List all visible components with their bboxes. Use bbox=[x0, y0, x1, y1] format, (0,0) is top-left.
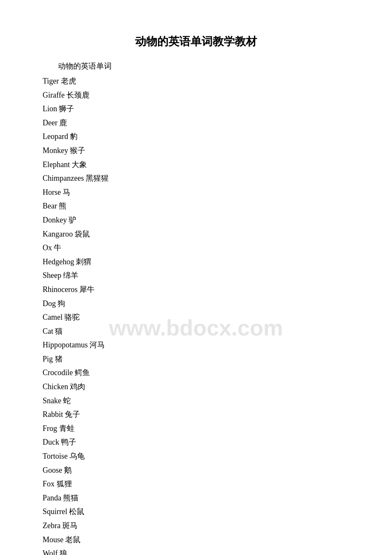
animal-item: Panda 熊猫 bbox=[43, 491, 349, 505]
animal-item: Ox 牛 bbox=[43, 241, 349, 254]
subtitle: 动物的英语单词 bbox=[43, 61, 349, 71]
animal-list: Tiger 老虎Giraffe 长颈鹿Lion 狮子Deer 鹿Leopard … bbox=[43, 75, 349, 555]
animal-item: Kangaroo 袋鼠 bbox=[43, 228, 349, 241]
animal-item: Deer 鹿 bbox=[43, 116, 349, 130]
animal-item: Goose 鹅 bbox=[43, 464, 349, 477]
animal-item: Donkey 驴 bbox=[43, 214, 349, 227]
animal-item: Giraffe 长颈鹿 bbox=[43, 89, 349, 102]
animal-item: Rhinoceros 犀牛 bbox=[43, 283, 349, 296]
animal-item: Duck 鸭子 bbox=[43, 436, 349, 449]
animal-item: Mouse 老鼠 bbox=[43, 533, 349, 546]
animal-item: Frog 青蛙 bbox=[43, 422, 349, 435]
animal-item: Wolf 狼 bbox=[43, 547, 349, 555]
animal-item: Pig 猪 bbox=[43, 353, 349, 366]
animal-item: Camel 骆驼 bbox=[43, 311, 349, 324]
animal-item: Chimpanzees 黑猩猩 bbox=[43, 172, 349, 185]
animal-item: Chicken 鸡肉 bbox=[43, 380, 349, 393]
animal-item: Snake 蛇 bbox=[43, 394, 349, 408]
animal-item: Hippopotamus 河马 bbox=[43, 338, 349, 352]
animal-item: Dog 狗 bbox=[43, 297, 349, 310]
animal-item: Fox 狐狸 bbox=[43, 477, 349, 491]
page-container: www.bdocx.com 动物的英语单词教学教材 动物的英语单词 Tiger … bbox=[0, 0, 392, 555]
animal-item: Hedgehog 刺猬 bbox=[43, 255, 349, 269]
animal-item: Zebra 斑马 bbox=[43, 519, 349, 532]
animal-item: Tortoise 乌龟 bbox=[43, 450, 349, 463]
animal-item: Crocodile 鳄鱼 bbox=[43, 366, 349, 379]
animal-item: Tiger 老虎 bbox=[43, 75, 349, 88]
animal-item: Monkey 猴子 bbox=[43, 144, 349, 157]
animal-item: Cat 猫 bbox=[43, 325, 349, 338]
animal-item: Elephant 大象 bbox=[43, 158, 349, 171]
animal-item: Squirrel 松鼠 bbox=[43, 505, 349, 518]
page-title: 动物的英语单词教学教材 bbox=[43, 34, 349, 49]
animal-item: Leopard 豹 bbox=[43, 130, 349, 143]
animal-item: Sheep 绵羊 bbox=[43, 269, 349, 282]
animal-item: Bear 熊 bbox=[43, 199, 349, 213]
animal-item: Horse 马 bbox=[43, 186, 349, 199]
animal-item: Rabbit 兔子 bbox=[43, 408, 349, 421]
animal-item: Lion 狮子 bbox=[43, 102, 349, 116]
